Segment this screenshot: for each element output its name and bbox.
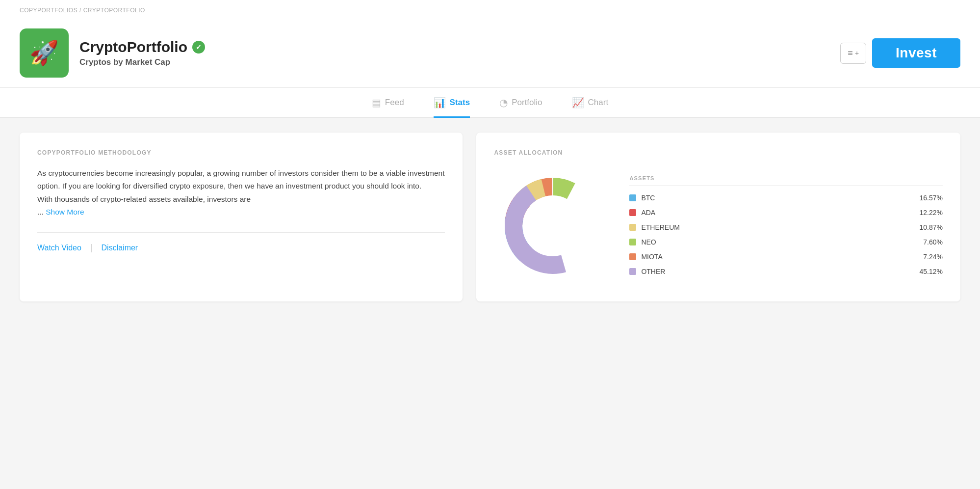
tab-stats-label: Stats [450,98,470,108]
chart-icon: 📈 [572,97,584,109]
tab-chart[interactable]: 📈 Chart [572,88,609,118]
hero-info: CryptoPortfolio ✓ Cryptos by Market Cap [79,39,840,67]
legend-color-swatch [629,253,636,260]
legend-color-swatch [629,239,636,245]
legend-color-swatch [629,268,636,275]
breadcrumb-part2[interactable]: CRYPTOPORTFOLIO [83,7,145,14]
watchlist-plus-icon: + [855,49,859,57]
breadcrumb-part1[interactable]: COPYPORTFOLIOS [20,7,77,14]
legend-asset-name: MIOTA [641,253,919,261]
legend-item: BTC 16.57% [629,190,943,205]
legend-asset-pct: 12.22% [919,209,943,217]
methodology-card: COPYPORTFOLIO METHODOLOGY As cryptocurre… [20,133,463,301]
tab-portfolio-label: Portfolio [512,98,542,108]
legend-asset-pct: 16.57% [919,194,943,202]
show-more-button[interactable]: Show More [46,208,84,216]
tab-portfolio[interactable]: ◔ Portfolio [499,88,542,118]
stats-icon: 📊 [434,97,446,109]
tabs-bar: ▤ Feed 📊 Stats ◔ Portfolio 📈 Chart [0,88,980,118]
portfolio-name: CryptoPortfolio [79,39,187,55]
legend-color-swatch [629,194,636,201]
portfolio-icon: ◔ [499,97,508,109]
methodology-paragraph: As cryptocurrencies become increasingly … [37,167,445,218]
legend-asset-name: ETHEREUM [641,223,919,231]
hero-section: 🚀 CryptoPortfolio ✓ Cryptos by Market Ca… [0,19,980,88]
legend-color-swatch [629,224,636,231]
show-more-ellipsis: ... [37,208,46,216]
disclaimer-link[interactable]: Disclaimer [102,244,138,252]
hero-actions: ≡ + Invest [840,38,960,68]
asset-allocation-card: ASSET ALLOCATION [476,133,960,301]
legend-asset-name: BTC [641,194,919,202]
legend-asset-name: OTHER [641,268,919,275]
legend-asset-pct: 10.87% [919,223,943,231]
portfolio-subtitle: Cryptos by Market Cap [79,57,840,67]
invest-button[interactable]: Invest [872,38,960,68]
legend-color-swatch [629,209,636,216]
tab-stats[interactable]: 📊 Stats [434,88,470,118]
verified-badge: ✓ [192,41,205,54]
donut-chart [494,167,612,287]
watchlist-icon: ≡ [848,48,853,58]
link-separator: | [90,243,93,253]
tab-feed[interactable]: ▤ Feed [372,88,404,118]
methodology-section-label: COPYPORTFOLIO METHODOLOGY [37,149,445,156]
legend-asset-name: NEO [641,238,919,246]
legend-title: ASSETS [629,175,943,186]
legend-asset-pct: 45.12% [919,268,943,275]
methodology-text: As cryptocurrencies become increasingly … [37,167,445,218]
card-links: Watch Video | Disclaimer [37,243,445,253]
feed-icon: ▤ [372,97,381,109]
legend-asset-pct: 7.60% [919,238,943,246]
asset-allocation-inner: ASSETS BTC 16.57% ADA 12.22% ETHEREUM 10… [494,167,943,287]
tab-feed-label: Feed [385,98,404,108]
breadcrumb: COPYPORTFOLIOS / CRYPTOPORTFOLIO [0,0,980,19]
hero-title-row: CryptoPortfolio ✓ [79,39,840,55]
portfolio-logo: 🚀 [20,28,69,78]
asset-legend: ASSETS BTC 16.57% ADA 12.22% ETHEREUM 10… [629,175,943,279]
breadcrumb-separator: / [79,7,83,14]
rocket-icon: 🚀 [29,39,59,67]
legend-item: OTHER 45.12% [629,264,943,279]
legend-item: NEO 7.60% [629,235,943,249]
legend-item: MIOTA 7.24% [629,249,943,264]
donut-hole [524,197,581,254]
tab-chart-label: Chart [588,98,609,108]
main-content: COPYPORTFOLIO METHODOLOGY As cryptocurre… [0,118,980,316]
watchlist-button[interactable]: ≡ + [840,43,866,64]
legend-item: ADA 12.22% [629,205,943,220]
legend-asset-pct: 7.24% [919,253,943,261]
watch-video-link[interactable]: Watch Video [37,244,81,252]
asset-allocation-label: ASSET ALLOCATION [494,149,943,156]
legend-item: ETHEREUM 10.87% [629,220,943,235]
legend-asset-name: ADA [641,209,919,217]
legend-items: BTC 16.57% ADA 12.22% ETHEREUM 10.87% NE… [629,190,943,279]
card-divider [37,232,445,233]
donut-svg [494,167,612,285]
